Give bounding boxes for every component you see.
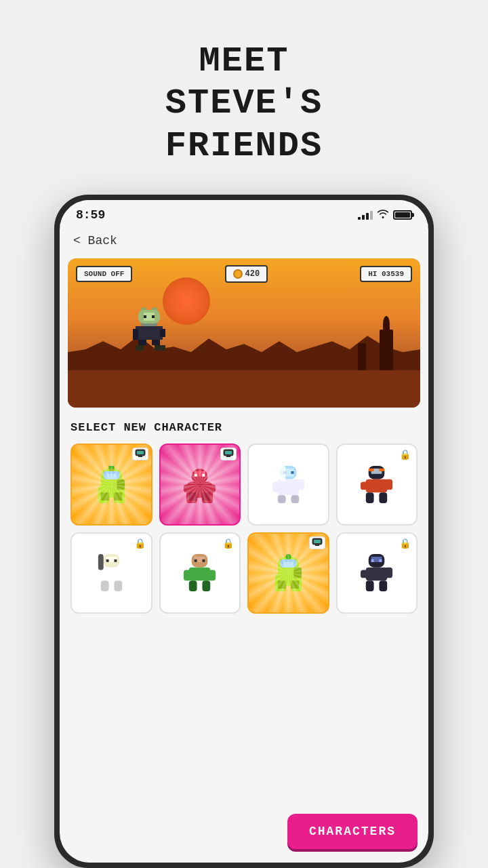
status-time: 8:59	[76, 208, 105, 222]
sprite-runner-dark-2	[353, 549, 401, 597]
svg-rect-81	[189, 581, 197, 592]
svg-rect-73	[98, 554, 104, 570]
back-button[interactable]: < Back	[60, 226, 428, 256]
hi-score: HI 03539	[360, 266, 412, 282]
svg-rect-17	[137, 451, 144, 454]
svg-rect-4	[133, 329, 138, 340]
svg-rect-72	[114, 581, 122, 592]
svg-rect-62	[369, 469, 374, 471]
characters-grid: 🔒	[70, 443, 418, 614]
svg-rect-79	[184, 570, 192, 581]
svg-rect-51	[296, 479, 304, 490]
phone-screen: 8:59	[60, 200, 428, 863]
character-card-4[interactable]: 🔒	[336, 443, 418, 526]
lock-icon-4: 🔒	[399, 449, 411, 460]
running-character	[122, 307, 176, 372]
svg-rect-6	[138, 340, 146, 345]
svg-rect-104	[380, 581, 388, 592]
phone-frame: 8:59	[54, 195, 434, 868]
characters-button[interactable]: CHARACTERS	[287, 814, 418, 849]
character-card-1[interactable]	[70, 443, 152, 526]
tower-1	[380, 330, 393, 370]
character-card-2[interactable]	[159, 443, 241, 526]
svg-rect-54	[280, 466, 285, 482]
status-icons	[358, 209, 412, 222]
svg-rect-80	[208, 570, 216, 581]
character-card-5[interactable]: 🔒	[70, 532, 152, 614]
svg-rect-7	[136, 345, 144, 351]
svg-rect-67	[114, 559, 117, 562]
svg-rect-48	[291, 471, 293, 474]
character-card-3[interactable]	[247, 443, 329, 526]
svg-rect-78	[189, 568, 210, 581]
svg-rect-82	[203, 581, 211, 592]
tv-badge	[132, 448, 148, 460]
tv-badge-7	[309, 536, 325, 549]
svg-rect-33	[226, 456, 230, 457]
svg-rect-69	[96, 570, 104, 581]
sound-button[interactable]: SOUND OFF	[76, 266, 132, 282]
svg-rect-85	[315, 545, 319, 546]
sprite-runner-dark	[353, 460, 401, 508]
svg-rect-84	[314, 540, 321, 543]
svg-rect-8	[152, 340, 160, 345]
svg-rect-99	[380, 559, 382, 562]
status-bar: 8:59	[60, 200, 428, 226]
game-hud: SOUND OFF 420 HI 03539	[68, 265, 420, 283]
svg-rect-15	[152, 315, 155, 318]
ground-element	[68, 370, 420, 408]
battery-icon	[393, 210, 412, 220]
character-card-8[interactable]: 🔒	[336, 532, 418, 614]
svg-rect-66	[106, 559, 108, 562]
coins-display: 420	[225, 265, 268, 283]
svg-rect-14	[144, 315, 146, 318]
svg-rect-76	[195, 559, 197, 562]
svg-rect-58	[361, 481, 369, 490]
wifi-icon	[377, 209, 389, 222]
svg-rect-61	[380, 492, 388, 503]
svg-rect-60	[366, 492, 374, 503]
sprite-fighter-blue	[264, 460, 312, 508]
svg-rect-103	[366, 581, 374, 592]
select-title: SELECT NEW CHARACTER	[70, 421, 418, 434]
svg-rect-18	[138, 456, 142, 457]
bottom-area: CHARACTERS	[60, 808, 428, 863]
character-card-7[interactable]	[247, 532, 329, 614]
svg-rect-98	[371, 559, 374, 562]
svg-rect-101	[361, 570, 369, 578]
svg-rect-102	[385, 568, 393, 578]
signal-icon	[358, 210, 373, 220]
svg-rect-70	[119, 570, 127, 581]
svg-rect-5	[160, 329, 165, 337]
svg-rect-59	[385, 479, 393, 490]
character-select-section: SELECT NEW CHARACTER	[60, 410, 428, 808]
svg-rect-32	[225, 451, 232, 454]
character-card-6[interactable]: 🔒	[159, 532, 241, 614]
header-section: MEET STEVE'S FRIENDS	[165, 41, 323, 167]
svg-rect-49	[278, 479, 299, 496]
lock-icon-6: 🔒	[222, 538, 234, 549]
svg-rect-71	[101, 581, 109, 592]
svg-rect-3	[136, 326, 163, 340]
svg-rect-52	[278, 495, 286, 503]
lock-icon-8: 🔒	[399, 538, 411, 549]
svg-rect-57	[366, 479, 387, 493]
tv-badge-2	[220, 448, 237, 460]
svg-rect-9	[155, 345, 165, 351]
lock-icon-5: 🔒	[134, 538, 146, 549]
svg-rect-50	[272, 481, 281, 492]
tower-2	[358, 343, 366, 370]
svg-rect-53	[291, 495, 299, 503]
svg-rect-68	[101, 568, 122, 581]
game-viewport: SOUND OFF 420 HI 03539	[68, 258, 420, 408]
landscape-element	[68, 319, 420, 374]
sprite-fighter-white	[87, 549, 135, 597]
svg-rect-77	[203, 559, 205, 562]
coin-icon	[233, 269, 243, 279]
svg-rect-100	[366, 568, 387, 581]
page-title: MEET STEVE'S FRIENDS	[165, 41, 323, 167]
sprite-fighter-green	[176, 549, 224, 597]
svg-rect-63	[380, 469, 385, 471]
